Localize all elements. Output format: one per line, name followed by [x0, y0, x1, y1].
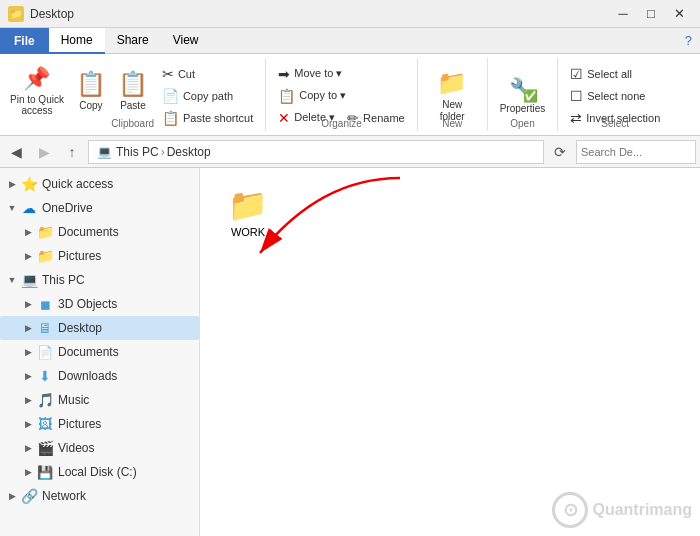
- file-tab[interactable]: File: [0, 28, 49, 54]
- path-icon: 💻: [97, 145, 112, 159]
- copy-to-button[interactable]: 📋 Copy to ▾: [272, 85, 352, 107]
- sidebar-item-downloads[interactable]: ▶ ⬇ Downloads: [0, 364, 199, 388]
- sidebar-item-music[interactable]: ▶ 🎵 Music: [0, 388, 199, 412]
- search-input[interactable]: [581, 146, 700, 158]
- videos-icon: 🎬: [36, 440, 54, 456]
- videos-label: Videos: [58, 441, 94, 455]
- properties-icon: 🔧✅: [509, 77, 536, 103]
- ribbon-toolbar: 📌 Pin to Quickaccess 📋 Copy 📋 Paste: [0, 54, 700, 136]
- select-none-label: Select none: [587, 90, 645, 102]
- properties-label: Properties: [500, 103, 546, 115]
- help-button[interactable]: ?: [685, 33, 700, 48]
- copy-to-icon: 📋: [278, 88, 295, 104]
- path-part-2: Desktop: [167, 145, 211, 159]
- copy-path-label: Copy path: [183, 90, 233, 102]
- select-all-button[interactable]: ☑ Select all: [564, 63, 638, 85]
- expand-pictures-icon: ▶: [20, 251, 36, 261]
- back-button[interactable]: ◀: [4, 140, 28, 164]
- expand-pictures2-icon: ▶: [20, 419, 36, 429]
- title-text: Desktop: [30, 7, 610, 21]
- 3d-objects-icon: ◼: [36, 297, 54, 312]
- minimize-button[interactable]: ─: [610, 4, 636, 24]
- downloads-label: Downloads: [58, 369, 117, 383]
- view-tab[interactable]: View: [161, 28, 211, 54]
- new-label: New: [418, 118, 487, 129]
- select-all-icon: ☑: [570, 66, 583, 82]
- move-to-icon: ➡: [278, 66, 290, 82]
- music-icon: 🎵: [36, 392, 54, 408]
- sidebar-item-videos[interactable]: ▶ 🎬 Videos: [0, 436, 199, 460]
- work-folder-label: WORK: [231, 226, 265, 238]
- title-controls: ─ □ ✕: [610, 4, 692, 24]
- sidebar-item-documents2[interactable]: ▶ 📄 Documents: [0, 340, 199, 364]
- copy-path-button[interactable]: 📄 Copy path: [156, 85, 259, 107]
- pin-to-quick-access-button[interactable]: 📌 Pin to Quickaccess: [6, 60, 68, 122]
- work-folder[interactable]: 📁 WORK: [212, 180, 284, 244]
- address-path[interactable]: 💻 This PC › Desktop: [88, 140, 544, 164]
- select-none-button[interactable]: ☐ Select none: [564, 85, 651, 107]
- expand-3d-icon: ▶: [20, 299, 36, 309]
- move-to-button[interactable]: ➡ Move to ▾: [272, 63, 348, 85]
- close-button[interactable]: ✕: [666, 4, 692, 24]
- content-area: 📁 WORK ⊙ Quantrimang: [200, 168, 700, 536]
- expand-desktop-icon: ▶: [20, 323, 36, 333]
- copy-button[interactable]: 📋 Copy: [70, 60, 112, 122]
- desktop-label: Desktop: [58, 321, 102, 335]
- expand-documents-icon: ▶: [20, 227, 36, 237]
- cut-icon: ✂: [162, 66, 174, 82]
- onedrive-label: OneDrive: [42, 201, 93, 215]
- up-button[interactable]: ↑: [60, 140, 84, 164]
- copy-icon: 📋: [76, 70, 106, 98]
- cut-label: Cut: [178, 68, 195, 80]
- sidebar-item-documents[interactable]: ▶ 📁 Documents: [0, 220, 199, 244]
- sidebar-item-network[interactable]: ▶ 🔗 Network: [0, 484, 199, 508]
- organize-label: Organize: [266, 118, 416, 129]
- move-to-label: Move to ▾: [294, 67, 342, 80]
- paste-icon: 📋: [118, 70, 148, 98]
- expand-documents2-icon: ▶: [20, 347, 36, 357]
- pin-label: Pin to Quickaccess: [10, 94, 64, 116]
- expand-network-icon: ▶: [4, 491, 20, 501]
- sidebar-item-3d-objects[interactable]: ▶ ◼ 3D Objects: [0, 292, 199, 316]
- documents2-label: Documents: [58, 345, 119, 359]
- local-disk-label: Local Disk (C:): [58, 465, 137, 479]
- ribbon-tabs: File Home Share View ?: [0, 28, 700, 54]
- open-label: Open: [488, 118, 558, 129]
- address-bar: ◀ ▶ ↑ 💻 This PC › Desktop ⟳ 🔍: [0, 136, 700, 168]
- expand-local-disk-icon: ▶: [20, 467, 36, 477]
- work-folder-icon: 📁: [228, 186, 268, 224]
- watermark-text: Quantrimang: [592, 501, 692, 519]
- share-tab[interactable]: Share: [105, 28, 161, 54]
- home-tab[interactable]: Home: [49, 28, 105, 54]
- path-part-1: This PC: [116, 145, 159, 159]
- maximize-button[interactable]: □: [638, 4, 664, 24]
- sidebar-item-onedrive[interactable]: ▼ ☁ OneDrive: [0, 196, 199, 220]
- watermark: ⊙ Quantrimang: [552, 492, 692, 528]
- copy-path-icon: 📄: [162, 88, 179, 104]
- paste-label: Paste: [120, 100, 146, 112]
- sidebar-item-quick-access[interactable]: ▶ ⭐ Quick access: [0, 172, 199, 196]
- sidebar-item-desktop[interactable]: ▶ 🖥 Desktop: [0, 316, 199, 340]
- sidebar: ▶ ⭐ Quick access ▼ ☁ OneDrive ▶ 📁 Docume…: [0, 168, 200, 536]
- cut-button[interactable]: ✂ Cut: [156, 63, 259, 85]
- sidebar-item-pictures2[interactable]: ▶ 🖼 Pictures: [0, 412, 199, 436]
- sidebar-item-local-disk[interactable]: ▶ 💾 Local Disk (C:): [0, 460, 199, 484]
- refresh-button[interactable]: ⟳: [548, 140, 572, 164]
- documents2-icon: 📄: [36, 345, 54, 360]
- copy-label: Copy: [79, 100, 102, 112]
- organize-group: ➡ Move to ▾ 📋 Copy to ▾ ✕ Delete ▾ ✏ Ren…: [266, 58, 417, 131]
- sidebar-item-this-pc[interactable]: ▼ 💻 This PC: [0, 268, 199, 292]
- select-label: Select: [558, 118, 672, 129]
- paste-button[interactable]: 📋 Paste: [112, 60, 154, 122]
- new-group: 📁 Newfolder New: [418, 58, 488, 131]
- expand-onedrive-icon: ▼: [4, 203, 20, 213]
- forward-button[interactable]: ▶: [32, 140, 56, 164]
- sidebar-item-pictures[interactable]: ▶ 📁 Pictures: [0, 244, 199, 268]
- open-group: 🔧✅ Properties Open: [488, 58, 559, 131]
- expand-music-icon: ▶: [20, 395, 36, 405]
- search-box[interactable]: 🔍: [576, 140, 696, 164]
- select-group: ☑ Select all ☐ Select none ⇄ Invert sele…: [558, 58, 672, 131]
- this-pc-label: This PC: [42, 273, 85, 287]
- expand-quick-access-icon: ▶: [4, 179, 20, 189]
- quick-access-label: Quick access: [42, 177, 113, 191]
